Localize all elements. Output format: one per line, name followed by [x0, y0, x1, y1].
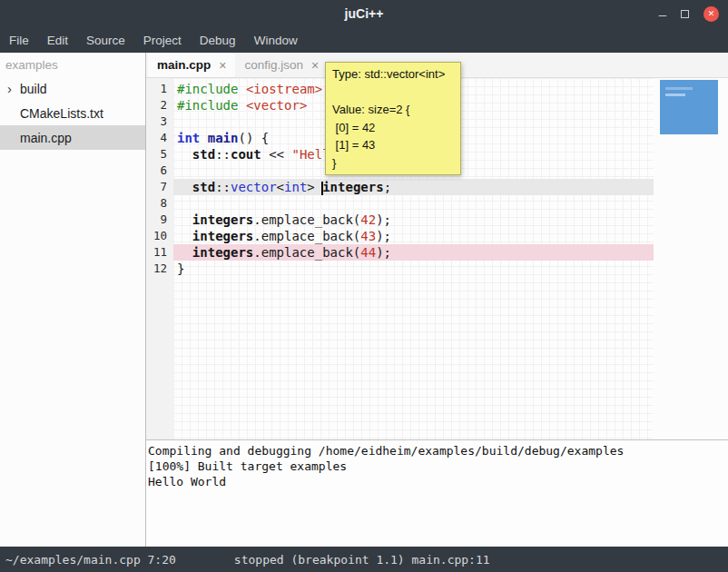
line-number[interactable]: 9: [146, 212, 173, 228]
tooltip-line: Value: size=2 {: [332, 101, 454, 119]
file-tree-sidebar: examples ›buildCMakeLists.txtmain.cpp: [0, 53, 145, 547]
code-token: #include: [177, 98, 238, 113]
menu-item-debug[interactable]: Debug: [191, 27, 245, 53]
window-title: juCi++: [345, 6, 384, 21]
line-number[interactable]: 10: [146, 228, 173, 244]
tab-close-icon[interactable]: ×: [311, 58, 319, 73]
window-controls: – ✕: [659, 0, 719, 27]
tree-item-main-cpp[interactable]: main.cpp: [0, 125, 145, 150]
code-token: <vector>: [246, 98, 307, 113]
tooltip-line: Type: std::vector<int>: [332, 65, 454, 84]
code-token: 42: [360, 212, 376, 227]
folder-expand-icon[interactable]: ›: [7, 81, 20, 96]
code-token: .emplace_back(: [253, 212, 360, 227]
terminal-output[interactable]: Compiling and debugging /home/eidheim/ex…: [146, 440, 728, 547]
code-token: [200, 131, 207, 145]
code-token: std: [192, 147, 215, 162]
debug-value-tooltip: Type: std::vector<int>Value: size=2 { [0…: [325, 62, 461, 175]
code-token: );: [376, 229, 391, 243]
code-token: vector: [231, 180, 277, 194]
menu-item-file[interactable]: File: [0, 27, 38, 53]
code-token: ;: [384, 180, 391, 194]
line-number[interactable]: 1: [146, 81, 173, 97]
code-token: <<: [261, 147, 292, 162]
editor-area: main.cpp×config.json× 1#include <iostrea…: [146, 53, 728, 547]
code-token: [177, 229, 192, 243]
tree-item-cmakelists-txt[interactable]: CMakeLists.txt: [0, 101, 145, 125]
tab-config-json[interactable]: config.json×: [235, 53, 328, 77]
statusbar: ~/examples/main.cpp 7:20 stopped (breakp…: [0, 547, 728, 572]
tab-label: config.json: [244, 58, 303, 72]
line-number[interactable]: 5: [146, 146, 173, 163]
line-number[interactable]: 11: [146, 244, 173, 261]
code-token: [177, 245, 192, 260]
tooltip-line: [1] = 43: [332, 136, 454, 154]
code-text[interactable]: integers.emplace_back(44);: [173, 244, 654, 261]
code-token: 44: [360, 245, 376, 260]
terminal-line: [100%] Built target examples: [148, 459, 726, 474]
code-line: 12}: [146, 261, 654, 277]
juci-window: juCi++ – ✕ FileEditSourceProjectDebugWin…: [0, 0, 728, 572]
tab-close-icon[interactable]: ×: [219, 58, 226, 73]
code-token: );: [376, 212, 391, 227]
code-token: integers: [322, 180, 383, 194]
file-tree: ›buildCMakeLists.txtmain.cpp: [0, 76, 145, 150]
code-token: <: [277, 180, 284, 194]
restore-button-icon[interactable]: [681, 10, 689, 18]
tree-item-label: CMakeLists.txt: [20, 106, 103, 121]
terminal-line: Hello World: [148, 474, 726, 489]
terminal-line: Compiling and debugging /home/eidheim/ex…: [148, 443, 726, 459]
menu-item-window[interactable]: Window: [245, 27, 307, 53]
line-number[interactable]: 8: [146, 195, 173, 212]
code-token: }: [177, 261, 184, 276]
project-name-header: examples: [0, 53, 145, 76]
code-token: <iostream>: [246, 82, 322, 96]
menubar: FileEditSourceProjectDebugWindow: [0, 27, 728, 53]
tooltip-line: }: [332, 154, 454, 173]
code-text[interactable]: std::vector<int> integers;: [173, 179, 654, 195]
code-token: () {: [238, 131, 269, 145]
tree-item-label: main.cpp: [20, 131, 72, 145]
line-number[interactable]: 6: [146, 163, 173, 179]
menu-item-project[interactable]: Project: [134, 27, 191, 53]
code-token: [238, 98, 245, 113]
code-line: 10 integers.emplace_back(43);: [146, 228, 654, 244]
line-number[interactable]: 4: [146, 130, 173, 146]
line-number[interactable]: 7: [146, 179, 173, 195]
body: examples ›buildCMakeLists.txtmain.cpp ma…: [0, 53, 728, 547]
menu-item-source[interactable]: Source: [77, 27, 134, 53]
code-token: ::: [215, 180, 231, 194]
code-text[interactable]: }: [173, 261, 654, 277]
titlebar[interactable]: juCi++ – ✕: [0, 0, 728, 27]
code-token: 43: [360, 229, 376, 243]
status-debug-state: stopped (breakpoint 1.1) main.cpp:11: [234, 553, 490, 567]
code-text[interactable]: [173, 195, 654, 212]
menu-item-edit[interactable]: Edit: [38, 27, 77, 53]
close-button-icon[interactable]: ✕: [703, 6, 719, 22]
code-text[interactable]: integers.emplace_back(43);: [173, 228, 654, 244]
code-token: .emplace_back(: [253, 245, 360, 260]
code-token: integers: [192, 212, 253, 227]
tree-item-build[interactable]: ›build: [0, 76, 145, 101]
code-token: integers: [192, 245, 253, 260]
code-line: 7 std::vector<int> integers;: [146, 179, 654, 195]
code-token: int: [284, 180, 307, 194]
code-token: [177, 147, 192, 162]
code-token: main: [208, 131, 239, 145]
code-token: [177, 180, 192, 194]
code-token: #include: [177, 82, 238, 96]
code-token: std: [192, 180, 215, 194]
tooltip-line: [332, 84, 454, 102]
code-token: int: [177, 131, 200, 145]
line-number[interactable]: 12: [146, 261, 173, 277]
line-number[interactable]: 2: [146, 97, 173, 113]
tab-main-cpp[interactable]: main.cpp×: [148, 53, 235, 77]
minimize-button-icon[interactable]: –: [659, 7, 666, 21]
code-line: 9 integers.emplace_back(42);: [146, 212, 654, 228]
code-token: );: [376, 245, 391, 260]
code-token: >: [307, 180, 322, 194]
code-token: [177, 212, 192, 227]
code-text[interactable]: integers.emplace_back(42);: [173, 212, 654, 228]
line-number[interactable]: 3: [146, 113, 173, 130]
status-file-position: ~/examples/main.cpp 7:20: [5, 553, 176, 567]
